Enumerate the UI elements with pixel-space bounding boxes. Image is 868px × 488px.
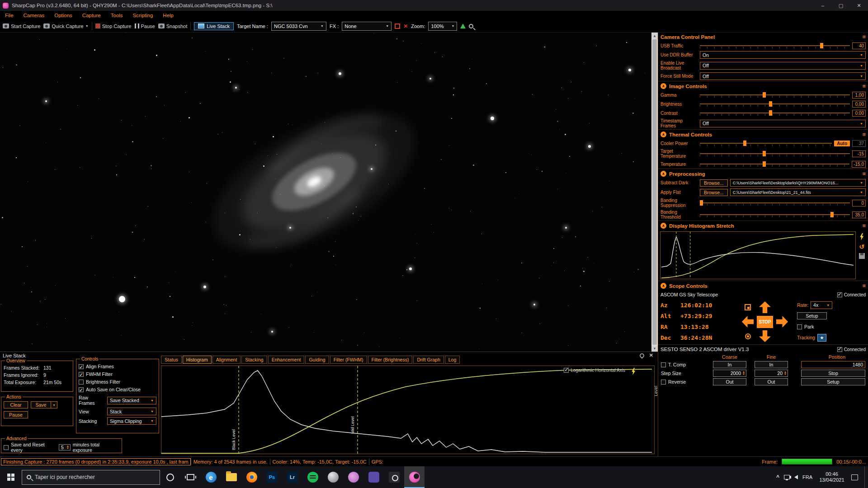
save-reset-spinner[interactable]: 5 ▲▼ [59,444,71,450]
menu-capture[interactable]: Capture [77,13,106,18]
apply-flat-path-select[interactable]: C:\Users\SharkFleet\Desktop\21_21_44.fit… [730,188,866,196]
spinner-arrows-icon[interactable]: ▲▼ [784,371,787,375]
quick-capture-button[interactable]: Quick Capture ▼ [43,23,88,29]
taskbar-app-brain[interactable] [343,466,363,488]
tab-stacking[interactable]: Stacking [241,356,267,364]
live-broadcast-select[interactable]: Off ▼ [700,62,866,70]
slew-down-button[interactable] [759,330,771,342]
brightness-slider[interactable] [700,101,850,107]
tab-guiding[interactable]: Guiding [305,356,329,364]
tab-alignment[interactable]: Alignment [212,356,241,364]
taskbar-app-edge[interactable]: e [201,466,221,488]
tracking-toggle-button[interactable]: ★ [817,334,826,342]
taskbar-app-explorer[interactable] [221,466,241,488]
slider-thumb[interactable] [769,101,772,107]
ddr-buffer-select[interactable]: On ▼ [700,51,866,59]
clear-button[interactable]: Clear [4,401,28,408]
action-center-icon[interactable] [851,474,858,480]
save-button[interactable]: Save [31,401,51,408]
flip-icon[interactable] [745,304,751,310]
gamma-slider[interactable] [700,92,850,98]
pause-button[interactable]: Pause [135,23,155,29]
slider-thumb[interactable] [700,200,703,206]
tab-log[interactable]: Log [445,356,460,364]
tab-enhancement[interactable]: Enhancement [268,356,305,364]
slew-stop-button[interactable]: STOP [757,316,773,328]
focuser-stop-button[interactable]: Stop [801,370,865,377]
slew-up-button[interactable] [759,301,771,313]
brightness-filter-checkbox[interactable] [79,380,84,385]
collapse-icon[interactable]: ∧ [660,283,666,289]
slider-thumb[interactable] [763,161,766,167]
thermal-controls-header[interactable]: ∧ Thermal Controls ≡ [658,129,868,139]
auto-save-checkbox[interactable] [79,387,84,392]
taskbar-app-photoshop[interactable]: Ps [262,466,282,488]
temperature-slider[interactable] [700,161,849,167]
maximize-button[interactable]: ▢ [832,0,850,11]
spinner-arrows-icon[interactable]: ▲▼ [742,371,745,375]
step-coarse-spinner[interactable]: 2000 ▲▼ [713,370,746,377]
out-fine-button[interactable]: Out [755,378,788,385]
taskbar-app-purple[interactable] [363,466,384,488]
park-checkbox[interactable] [797,324,802,329]
menu-scripting[interactable]: Scripting [128,13,158,18]
save-split-button[interactable]: Save ▼ [31,401,57,408]
usb-traffic-slider[interactable] [700,42,850,49]
reverse-checkbox[interactable] [661,380,666,385]
clear-selection-icon[interactable]: ✕ [403,23,408,29]
tray-volume-icon[interactable] [794,475,798,479]
collapse-icon[interactable]: ∧ [660,83,666,89]
scope-setup-button[interactable]: Setup [797,312,827,319]
tab-filter-brightness[interactable]: Filter (Brightness) [368,356,413,364]
save-reset-checkbox[interactable] [4,445,9,450]
rate-select[interactable]: 4x ▼ [811,301,832,309]
image-controls-header[interactable]: ∧ Image Controls ≡ [658,81,868,90]
auto-stretch-icon[interactable] [859,233,864,240]
contrast-slider[interactable] [700,110,850,116]
panel-menu-icon[interactable]: ≡ [862,224,866,228]
cortana-button[interactable] [160,466,180,488]
scroll-up-icon[interactable]: ▲ [651,33,658,39]
slider-thumb[interactable] [769,110,772,116]
focuser-connected-checkbox[interactable] [837,347,842,352]
cooler-auto-button[interactable]: Auto [834,141,850,146]
view-select[interactable]: Stack ▼ [107,408,156,415]
stop-capture-button[interactable]: Stop Capture [95,23,132,29]
scrollbar-thumb[interactable] [652,39,657,345]
target-temperature-slider[interactable] [700,150,850,157]
timestamp-frames-select[interactable]: Off ▼ [700,120,866,127]
close-panel-icon[interactable]: ✕ [649,352,653,358]
stacking-select[interactable]: Sigma Clipping ▼ [107,417,156,425]
scope-connected-checkbox[interactable] [837,292,842,297]
menu-file[interactable]: File [0,13,19,18]
cooler-power-slider[interactable] [700,140,832,146]
live-stack-button[interactable]: Live Stack [194,22,234,30]
histogram-toggle-icon[interactable] [460,23,466,28]
raw-frames-select[interactable]: Save Stacked ▼ [107,397,156,404]
align-frames-checkbox[interactable] [79,364,84,369]
taskbar-app-sphere[interactable] [323,466,343,488]
slider-thumb[interactable] [830,212,834,217]
image-view[interactable] [0,33,651,352]
slew-left-button[interactable] [742,316,754,328]
slider-thumb[interactable] [820,43,823,48]
panel-menu-icon[interactable]: ≡ [862,84,866,89]
start-button[interactable] [0,466,22,488]
snapshot-button[interactable]: Snapshot [158,23,187,29]
zoom-select[interactable]: 100% ▼ [428,22,457,31]
zoom-fit-icon[interactable] [469,24,473,28]
level-flyout-tab[interactable]: Level [653,386,658,396]
histogram-stretch-header[interactable]: ∧ Display Histogram Stretch ≡ [658,221,868,230]
menu-cameras[interactable]: Cameras [19,13,50,18]
vertical-scrollbar[interactable]: ▲ ▼ [651,33,658,352]
tray-expand-icon[interactable]: ^ [776,474,779,480]
histogram-stretch-chart[interactable] [660,231,856,279]
collapse-icon[interactable]: ∧ [660,171,666,177]
force-still-select[interactable]: Off ▼ [700,72,866,80]
taskbar-search-input[interactable]: Taper ici pour rechercher [22,470,160,485]
preprocessing-header[interactable]: ∧ Preprocessing ≡ [658,169,868,178]
taskbar-app-firefox[interactable] [241,466,262,488]
panel-menu-icon[interactable]: ≡ [862,284,866,288]
minimize-button[interactable]: – [814,0,832,11]
menu-help[interactable]: Help [158,13,179,18]
